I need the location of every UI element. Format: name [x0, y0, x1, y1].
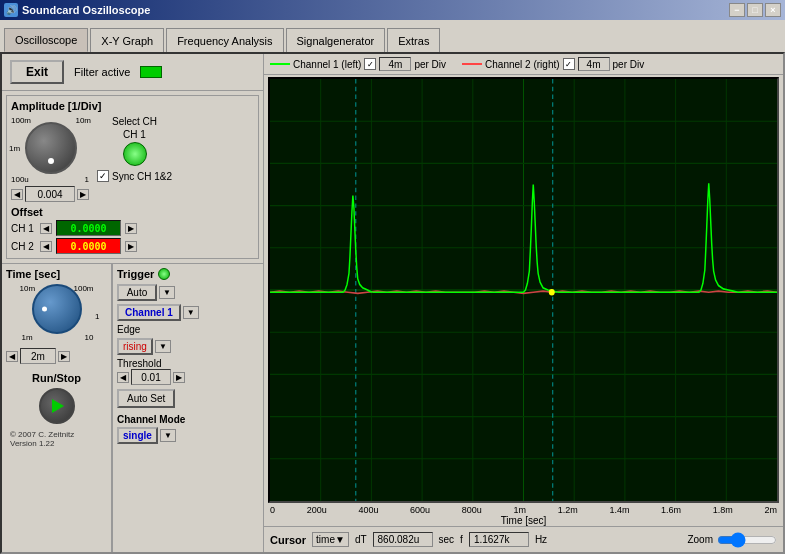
time-value-input[interactable]	[20, 348, 56, 364]
scope-display	[268, 77, 779, 503]
time-spinner-up[interactable]: ▶	[58, 351, 70, 362]
run-stop-title: Run/Stop	[6, 372, 107, 384]
amp-spinner-up[interactable]: ▶	[77, 189, 89, 200]
trigger-edge-dropdown[interactable]: ▼	[155, 340, 171, 353]
cursor-mode-value: time	[316, 534, 335, 545]
tab-frequency-analysis[interactable]: Frequency Analysis	[166, 28, 283, 52]
amplitude-title: Amplitude [1/Div]	[11, 100, 254, 112]
channel-bar: Channel 1 (left) ✓ per Div Channel 2 (ri…	[264, 54, 783, 75]
cursor-label: Cursor	[270, 534, 306, 546]
zoom-label: Zoom	[687, 534, 713, 545]
time-title: Time [sec]	[6, 268, 107, 280]
time-tick-600u: 600u	[410, 505, 430, 515]
amplitude-knob[interactable]	[25, 122, 77, 174]
trigger-section: Trigger Auto ▼ Channel 1 ▼ Edge	[112, 264, 263, 552]
amp-value-input[interactable]	[25, 186, 75, 202]
cursor-dropdown-arrow: ▼	[335, 534, 345, 545]
ch2-per-div-unit: per Div	[613, 59, 645, 70]
title-bar: 🔊 Soundcard Oszilloscope − □ ×	[0, 0, 785, 20]
f-value-box: 1.1627k	[469, 532, 529, 547]
copyright: © 2007 C. Zeitnitz Version 1.22	[6, 428, 107, 450]
offset-ch1-down[interactable]: ◀	[40, 223, 52, 234]
trigger-mode-button[interactable]: Auto	[117, 284, 157, 301]
time-tick-1.6m: 1.6m	[661, 505, 681, 515]
scope-svg	[270, 79, 777, 501]
time-tick-1.2m: 1.2m	[558, 505, 578, 515]
offset-ch1-input[interactable]	[56, 220, 121, 236]
time-axis: 0 200u 400u 600u 800u 1m 1.2m 1.4m 1.6m …	[264, 505, 783, 515]
play-icon	[52, 399, 64, 413]
time-label-1m: 1m	[22, 333, 33, 342]
dt-label: dT	[355, 534, 367, 545]
cursor-mode-dropdown[interactable]: time ▼	[312, 532, 349, 547]
filter-label: Filter active	[74, 66, 130, 78]
minimize-button[interactable]: −	[729, 3, 745, 17]
sync-label: Sync CH 1&2	[112, 171, 172, 182]
threshold-input[interactable]	[131, 369, 171, 385]
auto-set-button[interactable]: Auto Set	[117, 389, 175, 408]
ch1-per-div-unit: per Div	[414, 59, 446, 70]
offset-ch2-input[interactable]	[56, 238, 121, 254]
time-tick-1.4m: 1.4m	[609, 505, 629, 515]
amplitude-section: Amplitude [1/Div] 10m 100m 1m 100u 1	[6, 95, 259, 259]
dt-unit: sec	[439, 534, 455, 545]
tab-signal-generator[interactable]: Signalgenerator	[286, 28, 386, 52]
time-label-10m: 10m	[20, 284, 36, 293]
time-spinner-down[interactable]: ◀	[6, 351, 18, 362]
ch1-line	[270, 63, 290, 65]
ch1-checkbox[interactable]: ✓	[364, 58, 376, 70]
time-label-100m: 100m	[73, 284, 93, 293]
ch2-checkbox[interactable]: ✓	[563, 58, 575, 70]
offset-ch2-up[interactable]: ▶	[125, 241, 137, 252]
trigger-title: Trigger	[117, 268, 154, 280]
ch1-label: CH 1	[123, 129, 146, 140]
ch2-line	[462, 63, 482, 65]
maximize-button[interactable]: □	[747, 3, 763, 17]
f-unit: Hz	[535, 534, 547, 545]
sync-checkbox[interactable]: ✓	[97, 170, 109, 182]
offset-ch2-down[interactable]: ◀	[40, 241, 52, 252]
trigger-channel-button[interactable]: Channel 1	[117, 304, 181, 321]
f-label: f	[460, 534, 463, 545]
amp-label-1: 1	[85, 175, 89, 184]
exit-button[interactable]: Exit	[10, 60, 64, 84]
ch1-per-div-input[interactable]	[379, 57, 411, 71]
time-tick-800u: 800u	[462, 505, 482, 515]
offset-ch2-label: CH 2	[11, 241, 36, 252]
threshold-up[interactable]: ▶	[173, 372, 185, 383]
dt-value-box: 860.082u	[373, 532, 433, 547]
dt-value: 860.082u	[378, 534, 420, 545]
trigger-led	[158, 268, 170, 280]
ch2-per-div-input[interactable]	[578, 57, 610, 71]
threshold-down[interactable]: ◀	[117, 372, 129, 383]
time-tick-400u: 400u	[358, 505, 378, 515]
tab-oscilloscope[interactable]: Oscilloscope	[4, 28, 88, 52]
close-button[interactable]: ×	[765, 3, 781, 17]
time-tick-200u: 200u	[307, 505, 327, 515]
trigger-mode-dropdown[interactable]: ▼	[159, 286, 175, 299]
time-tick-1.8m: 1.8m	[713, 505, 733, 515]
filter-indicator	[140, 66, 162, 78]
run-stop-button[interactable]	[39, 388, 75, 424]
ch1-label: Channel 1 (left)	[293, 59, 361, 70]
tab-extras[interactable]: Extras	[387, 28, 440, 52]
f-value: 1.1627k	[474, 534, 510, 545]
svg-point-21	[549, 289, 555, 296]
amp-spinner-down[interactable]: ◀	[11, 189, 23, 200]
trigger-edge-button[interactable]: rising	[117, 338, 153, 355]
tab-xy-graph[interactable]: X-Y Graph	[90, 28, 164, 52]
ch2-label: Channel 2 (right)	[485, 59, 559, 70]
offset-ch1-up[interactable]: ▶	[125, 223, 137, 234]
time-label-10: 10	[85, 333, 94, 342]
channel-mode-button[interactable]: single	[117, 427, 158, 444]
channel-mode-dropdown[interactable]: ▼	[160, 429, 176, 442]
app-icon: 🔊	[4, 3, 18, 17]
tab-bar: Oscilloscope X-Y Graph Frequency Analysi…	[0, 20, 785, 52]
offset-title: Offset	[11, 206, 254, 218]
trigger-channel-dropdown[interactable]: ▼	[183, 306, 199, 319]
time-tick-2m: 2m	[764, 505, 777, 515]
zoom-slider[interactable]	[717, 532, 777, 548]
threshold-label: Threshold	[117, 358, 259, 369]
amp-label-100u: 100u	[11, 175, 29, 184]
time-tick-1m: 1m	[514, 505, 527, 515]
